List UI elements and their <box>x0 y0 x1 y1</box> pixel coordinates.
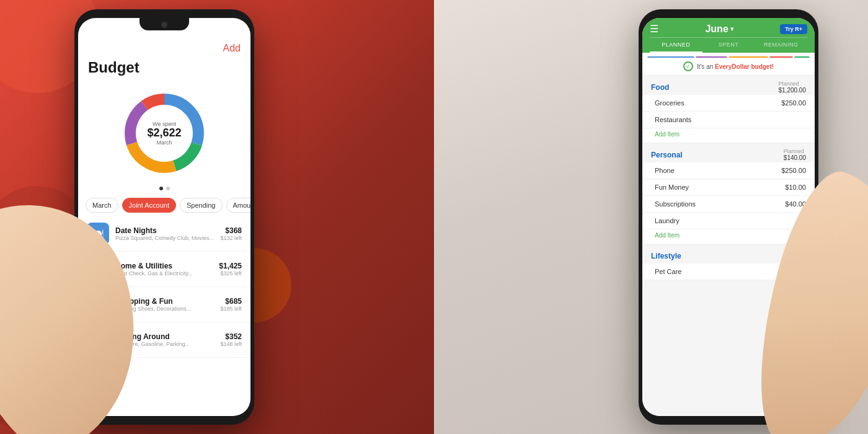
left-panel: Add Budget We spent <box>0 0 434 434</box>
phone-camera <box>161 22 167 28</box>
lifestyle-section-name: Lifestyle <box>651 252 681 260</box>
tx-total-0: $368 <box>220 226 242 235</box>
groceries-value: $250.00 <box>781 99 806 107</box>
phone-name: Phone <box>655 167 675 174</box>
add-button[interactable]: Add <box>223 43 241 54</box>
fun-money-row[interactable]: Fun Money $10.00 <box>642 179 815 196</box>
tx-sub-1: Rent Check, Gas & Electricity... <box>115 270 213 277</box>
tab-spent[interactable]: SPENT <box>702 38 755 53</box>
month-title[interactable]: June ▾ <box>705 24 733 35</box>
subscriptions-row[interactable]: Subscriptions $40.00 <box>642 196 815 213</box>
tx-total-3: $352 <box>220 332 242 341</box>
tx-total-1: $1,425 <box>219 262 242 270</box>
everydollar-text: It's an EveryDollar budget! <box>697 63 774 70</box>
check-circle-icon: ✓ <box>683 61 693 71</box>
everydollar-banner: ✓ It's an EveryDollar budget! <box>642 58 815 76</box>
dot-2 <box>166 187 170 190</box>
tx-name-1: Home & Utilities <box>115 262 213 270</box>
groceries-name: Groceries <box>655 99 684 107</box>
chart-month: March <box>147 140 181 146</box>
filter-chips: March Joint Account Spending Amount: H <box>78 194 250 216</box>
tx-left-2: $185 left <box>220 306 242 312</box>
personal-section-header: Personal Planned $140.00 <box>642 143 815 162</box>
tab-planned[interactable]: PLANNED <box>650 38 702 53</box>
food-section-header: Food Planned $1,200.00 <box>642 76 815 95</box>
tx-amounts-2: $685 $185 left <box>220 297 242 312</box>
chip-march[interactable]: March <box>86 198 118 213</box>
food-planned-label: Planned <box>779 81 807 87</box>
pet-care-name: Pet Care <box>655 268 681 275</box>
tx-info-1: Home & Utilities Rent Check, Gas & Elect… <box>115 262 213 277</box>
donut-center-text: We spent $2,622 March <box>147 121 181 146</box>
chip-spending[interactable]: Spending <box>180 198 223 213</box>
tx-amounts-0: $368 $132 left <box>220 226 242 241</box>
laundry-row[interactable]: Laundry <box>642 213 815 229</box>
chip-joint-account[interactable]: Joint Account <box>122 198 176 213</box>
tx-left-3: $148 left <box>220 341 242 347</box>
donut-chart-container: We spent $2,622 March <box>78 84 250 183</box>
month-label: June <box>705 24 728 35</box>
right-panel: ☰ June ▾ Try R+ PLANNED SPENT REMAINING <box>434 0 868 434</box>
restaurants-name: Restaurants <box>655 116 691 123</box>
tx-name-0: Date Nights <box>115 226 214 235</box>
budget-title: Budget <box>78 59 250 84</box>
header-tabs: PLANNED SPENT REMAINING <box>650 37 807 53</box>
tx-amounts-1: $1,425 $325 left <box>219 262 242 277</box>
progress-bar <box>642 53 815 58</box>
pagination-dots <box>78 183 250 194</box>
tx-info-0: Date Nights Pizza Squared, Comedy Club, … <box>115 226 214 241</box>
personal-planned-value: $140.00 <box>784 154 806 161</box>
restaurants-row[interactable]: Restaurants <box>642 112 815 128</box>
try-button[interactable]: Try R+ <box>780 24 807 34</box>
fun-money-value: $10.00 <box>785 184 806 191</box>
tx-left-0: $132 left <box>220 235 242 241</box>
food-planned-area: Planned $1,200.00 <box>779 81 807 94</box>
food-section-name: Food <box>651 83 669 92</box>
chip-amount[interactable]: Amount: H <box>226 198 251 213</box>
right-screen-header: ☰ June ▾ Try R+ PLANNED SPENT REMAINING <box>642 18 815 53</box>
right-header-top: ☰ June ▾ Try R+ <box>650 23 807 35</box>
personal-planned-area: Planned $140.00 <box>784 148 806 161</box>
laundry-name: Laundry <box>655 217 680 224</box>
tx-total-2: $685 <box>220 297 242 306</box>
dot-1 <box>159 187 163 190</box>
chevron-down-icon: ▾ <box>730 25 733 32</box>
food-add-item[interactable]: Add Item <box>642 128 815 143</box>
tab-remaining[interactable]: REMAINING <box>755 38 807 53</box>
food-planned-value: $1,200.00 <box>779 87 807 94</box>
tx-left-1: $325 left <box>219 270 242 277</box>
hamburger-icon[interactable]: ☰ <box>650 23 658 35</box>
tx-sub-0: Pizza Squared, Comedy Club, Movies... <box>115 235 214 241</box>
subscriptions-name: Subscriptions <box>655 200 696 208</box>
groceries-row[interactable]: Groceries $250.00 <box>642 95 815 112</box>
personal-section-name: Personal <box>651 151 683 159</box>
phone-row[interactable]: Phone $250.00 <box>642 162 815 179</box>
chart-amount: $2,622 <box>147 127 181 140</box>
personal-planned-label: Planned <box>784 148 806 154</box>
fun-money-name: Fun Money <box>655 184 689 191</box>
phone-value: $250.00 <box>781 167 806 174</box>
tx-amounts-3: $352 $148 left <box>220 332 242 347</box>
